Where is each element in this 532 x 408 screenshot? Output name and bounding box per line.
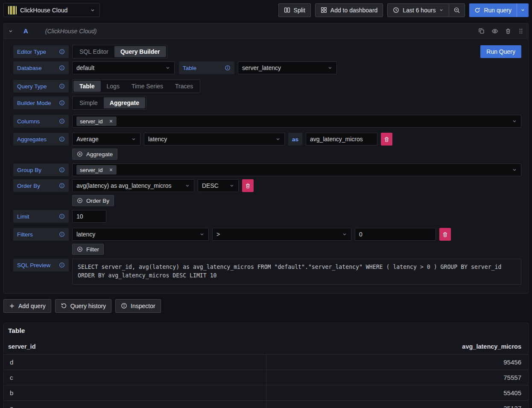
column-header-server-id[interactable]: server_id bbox=[8, 343, 265, 350]
table-row: d 95456 bbox=[4, 354, 528, 370]
datasource-hint: (ClickHouse Cloud) bbox=[45, 28, 97, 35]
columns-multiselect[interactable]: server_id bbox=[72, 115, 521, 128]
query-ref-id[interactable]: A bbox=[23, 27, 28, 35]
add-query-button[interactable]: Add query bbox=[3, 299, 51, 313]
filters-label: Filters bbox=[13, 228, 69, 241]
table-row: b 55405 bbox=[4, 385, 528, 400]
duplicate-query-button[interactable] bbox=[478, 28, 485, 34]
chevron-down-icon bbox=[342, 232, 347, 237]
explore-footer: Add query Query history Inspector bbox=[3, 299, 529, 313]
explore-toolbar: ClickHouse Cloud Split Add to dashboard … bbox=[0, 0, 532, 20]
order-by-direction-select[interactable]: DESC bbox=[198, 179, 239, 192]
chevron-down-icon bbox=[512, 167, 517, 172]
info-icon[interactable] bbox=[59, 136, 65, 142]
info-icon[interactable] bbox=[59, 231, 65, 237]
split-icon bbox=[284, 7, 290, 13]
datasource-picker[interactable]: ClickHouse Cloud bbox=[3, 3, 100, 17]
limit-input[interactable] bbox=[72, 210, 106, 223]
aggregate-column-select[interactable]: latency bbox=[144, 133, 285, 146]
info-icon[interactable] bbox=[59, 183, 65, 189]
collapse-query-button[interactable] bbox=[8, 29, 13, 34]
order-by-label: Order By bbox=[13, 179, 69, 192]
database-label: Database bbox=[13, 61, 69, 74]
builder-mode-toggle: Simple Aggregate bbox=[72, 96, 146, 110]
query-type-timeseries-option[interactable]: Time Series bbox=[126, 81, 169, 92]
cell-value: 95456 bbox=[266, 358, 528, 366]
query-type-label: Query Type bbox=[13, 80, 69, 93]
database-select[interactable]: default bbox=[72, 61, 175, 74]
remove-aggregate-button[interactable] bbox=[381, 133, 392, 146]
plus-circle-icon bbox=[77, 151, 83, 157]
panel-title: Table bbox=[4, 326, 528, 335]
info-icon[interactable] bbox=[59, 100, 65, 106]
add-filter-button[interactable]: Filter bbox=[72, 244, 104, 255]
aggregate-function-select[interactable]: Average bbox=[72, 133, 140, 146]
query-type-toggle: Table Logs Time Series Traces bbox=[72, 79, 200, 93]
run-query-editor-button[interactable]: Run Query bbox=[480, 45, 521, 58]
hide-response-eye-button[interactable] bbox=[491, 28, 498, 35]
time-picker-button[interactable]: Last 6 hours bbox=[388, 4, 449, 17]
remove-chip-icon[interactable] bbox=[109, 168, 113, 172]
info-icon[interactable] bbox=[59, 213, 65, 219]
query-header-actions bbox=[478, 28, 524, 35]
run-query-dropdown-caret[interactable] bbox=[517, 3, 529, 17]
filter-value-input[interactable] bbox=[355, 228, 436, 241]
table-row: c 75557 bbox=[4, 370, 528, 385]
editor-type-label: Editor Type bbox=[13, 45, 69, 58]
remove-chip-icon[interactable] bbox=[109, 119, 113, 123]
cell-server-id: d bbox=[4, 358, 266, 366]
split-button[interactable]: Split bbox=[278, 3, 311, 17]
builder-mode-aggregate-option[interactable]: Aggregate bbox=[104, 97, 145, 108]
order-by-field-select[interactable]: avg(latency) as avg_latency_micros bbox=[72, 179, 194, 192]
limit-label: Limit bbox=[13, 210, 69, 223]
query-type-traces-option[interactable]: Traces bbox=[169, 81, 199, 92]
query-type-table-option[interactable]: Table bbox=[73, 81, 101, 92]
remove-query-button[interactable] bbox=[505, 28, 511, 34]
aggregates-row: Aggregates Average latency as bbox=[13, 133, 521, 146]
add-aggregate-button[interactable]: Aggregate bbox=[72, 149, 117, 160]
table-select[interactable]: server_latency bbox=[238, 61, 337, 74]
info-icon[interactable] bbox=[225, 65, 231, 71]
add-order-by-row: Order By bbox=[72, 195, 521, 206]
time-picker-group: Last 6 hours bbox=[387, 3, 465, 17]
aggregate-alias-input[interactable] bbox=[306, 133, 377, 146]
split-label: Split bbox=[294, 7, 305, 14]
add-order-by-button[interactable]: Order By bbox=[72, 195, 114, 206]
info-icon[interactable] bbox=[59, 49, 65, 55]
editor-type-toggle: SQL Editor Query Builder bbox=[72, 45, 167, 58]
filter-operator-select[interactable]: > bbox=[212, 228, 351, 241]
run-query-button[interactable]: Run query bbox=[469, 3, 517, 17]
inspector-button[interactable]: Inspector bbox=[115, 299, 161, 313]
remove-filter-button[interactable] bbox=[439, 228, 451, 241]
chevron-down-icon bbox=[165, 65, 170, 70]
group-by-multiselect[interactable]: server_id bbox=[72, 163, 521, 176]
add-to-dashboard-button[interactable]: Add to dashboard bbox=[315, 3, 383, 17]
info-icon[interactable] bbox=[59, 167, 65, 173]
table-header-row: server_id avg_latency_micros bbox=[4, 335, 528, 354]
query-builder-option[interactable]: Query Builder bbox=[114, 46, 166, 57]
remove-order-by-button[interactable] bbox=[242, 179, 254, 192]
group-by-chip: server_id bbox=[76, 165, 117, 175]
column-header-avg-latency[interactable]: avg_latency_micros bbox=[265, 343, 521, 350]
sql-editor-option[interactable]: SQL Editor bbox=[73, 46, 114, 57]
table-body: d 95456 c 75557 b 55405 a 35127 bbox=[4, 354, 528, 408]
builder-mode-simple-option[interactable]: Simple bbox=[73, 97, 104, 108]
filter-column-select[interactable]: latency bbox=[72, 228, 209, 241]
info-icon[interactable] bbox=[59, 65, 65, 71]
filters-row: Filters latency > bbox=[13, 228, 521, 241]
info-icon[interactable] bbox=[59, 118, 65, 124]
sql-preview-text: SELECT server_id, avg(latency) as avg_la… bbox=[72, 259, 521, 285]
query-history-button[interactable]: Query history bbox=[55, 299, 111, 313]
plus-icon bbox=[9, 303, 15, 309]
chevron-down-icon bbox=[131, 137, 136, 142]
run-query-split-button: Run query bbox=[469, 3, 529, 17]
info-icon[interactable] bbox=[59, 83, 65, 89]
aggregates-label: Aggregates bbox=[13, 133, 69, 146]
info-icon[interactable] bbox=[59, 262, 65, 268]
chevron-down-icon bbox=[275, 137, 281, 142]
zoom-out-time-button[interactable] bbox=[449, 4, 465, 17]
query-type-logs-option[interactable]: Logs bbox=[101, 81, 126, 92]
chevron-down-icon bbox=[229, 183, 234, 188]
drag-handle[interactable] bbox=[518, 28, 524, 34]
history-icon bbox=[61, 303, 67, 309]
